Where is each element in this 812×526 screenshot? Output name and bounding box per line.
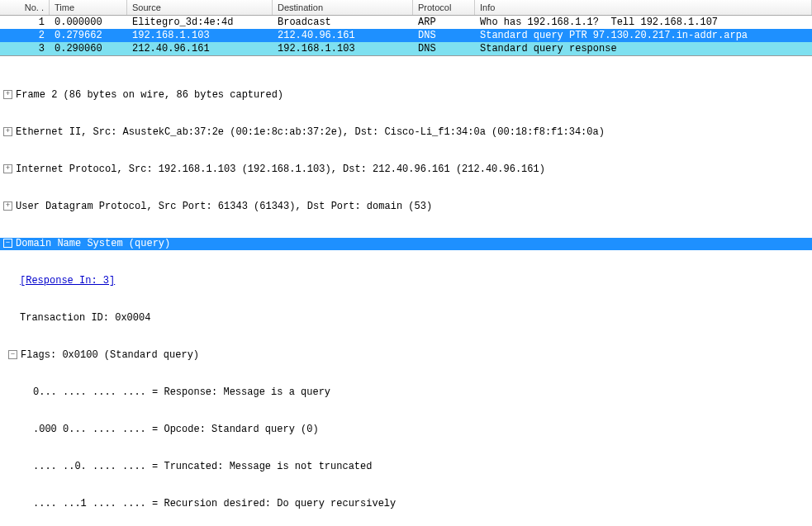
col-header-destination[interactable]: Destination bbox=[273, 0, 413, 15]
col-header-time[interactable]: Time bbox=[50, 0, 127, 15]
expand-icon[interactable]: + bbox=[3, 164, 12, 173]
collapse-icon[interactable]: − bbox=[3, 239, 12, 248]
tree-flag-truncated[interactable]: .... ..0. .... .... = Truncated: Message… bbox=[0, 461, 812, 473]
packet-list-pane: No. . Time Source Destination Protocol I… bbox=[0, 0, 812, 56]
tree-flag-opcode[interactable]: .000 0... .... .... = Opcode: Standard q… bbox=[0, 424, 812, 436]
tree-dns-header[interactable]: −Domain Name System (query) bbox=[0, 238, 812, 250]
cell-source: 212.40.96.161 bbox=[127, 42, 273, 55]
cell-info: Standard query response bbox=[475, 42, 812, 55]
cell-source: Elitegro_3d:4e:4d bbox=[127, 16, 273, 29]
cell-num: 2 bbox=[0, 29, 50, 42]
cell-num: 1 bbox=[0, 16, 50, 29]
cell-num: 3 bbox=[0, 42, 50, 55]
tree-flag-response[interactable]: 0... .... .... .... = Response: Message … bbox=[0, 386, 812, 399]
cell-time: 0.000000 bbox=[50, 16, 127, 29]
tree-ip[interactable]: +Internet Protocol, Src: 192.168.1.103 (… bbox=[0, 163, 812, 176]
tree-response-link[interactable]: [Response In: 3] bbox=[0, 275, 812, 287]
cell-destination: Broadcast bbox=[273, 16, 413, 29]
tree-udp[interactable]: +User Datagram Protocol, Src Port: 61343… bbox=[0, 201, 812, 213]
col-header-num[interactable]: No. . bbox=[0, 0, 50, 15]
tree-frame[interactable]: +Frame 2 (86 bytes on wire, 86 bytes cap… bbox=[0, 89, 812, 102]
cell-protocol: DNS bbox=[413, 29, 475, 42]
tree-flags[interactable]: −Flags: 0x0100 (Standard query) bbox=[0, 349, 812, 362]
cell-destination: 212.40.96.161 bbox=[273, 29, 413, 42]
cell-protocol: ARP bbox=[413, 16, 475, 29]
tree-ethernet[interactable]: +Ethernet II, Src: AsustekC_ab:37:2e (00… bbox=[0, 126, 812, 139]
cell-info: Standard query PTR 97.130.20.217.in-addr… bbox=[475, 29, 812, 42]
tree-txnid[interactable]: Transaction ID: 0x0004 bbox=[0, 312, 812, 325]
response-in-link[interactable]: [Response In: 3] bbox=[20, 275, 115, 287]
packet-details-pane: +Frame 2 (86 bytes on wire, 86 bytes cap… bbox=[0, 61, 812, 526]
packet-list-header: No. . Time Source Destination Protocol I… bbox=[0, 0, 812, 16]
packet-row-selected[interactable]: 2 0.279662 192.168.1.103 212.40.96.161 D… bbox=[0, 29, 812, 42]
expand-icon[interactable]: + bbox=[3, 90, 12, 99]
cell-source: 192.168.1.103 bbox=[127, 29, 273, 42]
cell-destination: 192.168.1.103 bbox=[273, 42, 413, 55]
expand-icon[interactable]: + bbox=[3, 201, 12, 211]
cell-time: 0.290060 bbox=[50, 42, 127, 55]
col-header-info[interactable]: Info bbox=[475, 0, 812, 15]
cell-info: Who has 192.168.1.1? Tell 192.168.1.107 bbox=[475, 16, 812, 29]
col-header-protocol[interactable]: Protocol bbox=[413, 0, 475, 15]
packet-row[interactable]: 3 0.290060 212.40.96.161 192.168.1.103 D… bbox=[0, 42, 812, 55]
expand-icon[interactable]: + bbox=[3, 127, 12, 136]
packet-row[interactable]: 1 0.000000 Elitegro_3d:4e:4d Broadcast A… bbox=[0, 16, 812, 29]
cell-time: 0.279662 bbox=[50, 29, 127, 42]
cell-protocol: DNS bbox=[413, 42, 475, 55]
col-header-source[interactable]: Source bbox=[127, 0, 273, 15]
tree-flag-recursion[interactable]: .... ...1 .... .... = Recursion desired:… bbox=[0, 498, 812, 510]
collapse-icon[interactable]: − bbox=[8, 350, 17, 359]
